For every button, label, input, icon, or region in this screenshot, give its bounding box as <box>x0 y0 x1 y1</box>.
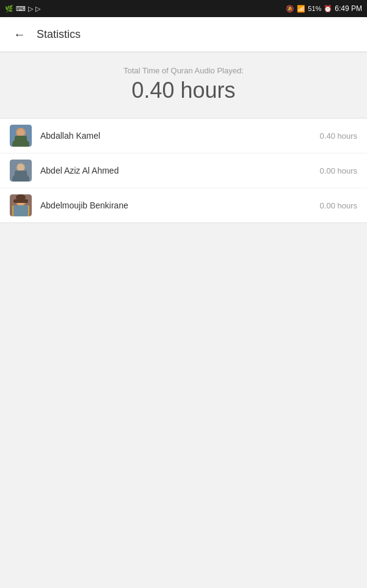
app-icon-2: ⌨ <box>16 5 26 13</box>
reciter-name: Abdelmoujib Benkirane <box>40 200 320 210</box>
total-time-label: Total Time of Quran Audio Played: <box>10 66 357 75</box>
wifi-icon: 📶 <box>297 5 305 13</box>
svg-rect-9 <box>15 171 27 182</box>
svg-rect-15 <box>13 199 28 203</box>
avatar <box>10 125 32 147</box>
list-item[interactable]: Abdel Aziz Al Ahmed 0.00 hours <box>0 153 367 188</box>
back-arrow-icon: ← <box>13 28 26 42</box>
reciter-name: Abdel Aziz Al Ahmed <box>40 166 320 175</box>
list-item[interactable]: Abdallah Kamel 0.40 hours <box>0 119 367 153</box>
total-time-section: Total Time of Quran Audio Played: 0.40 h… <box>0 61 367 118</box>
reciter-time: 0.00 hours <box>320 201 357 210</box>
status-bar-left: 🌿 ⌨ ▷ ▷ <box>5 5 40 13</box>
reciter-list: Abdallah Kamel 0.40 hours Abdel Aziz Al … <box>0 118 367 223</box>
page-title: Statistics <box>37 28 81 41</box>
app-icon-1: 🌿 <box>5 5 13 13</box>
status-bar: 🌿 ⌨ ▷ ▷ 🔕 📶 51% ⏰ 6:49 PM <box>0 0 367 17</box>
status-time: 6:49 PM <box>335 4 362 13</box>
reciter-name: Abdallah Kamel <box>40 131 320 141</box>
avatar <box>10 194 32 216</box>
app-bar: ← Statistics <box>0 17 367 51</box>
main-content: Total Time of Quran Audio Played: 0.40 h… <box>0 51 367 233</box>
svg-point-3 <box>17 129 24 136</box>
mute-icon: 🔕 <box>286 5 294 13</box>
app-icon-4: ▷ <box>35 5 40 13</box>
back-button[interactable]: ← <box>10 24 29 44</box>
reciter-time: 0.00 hours <box>320 166 357 175</box>
status-bar-right: 🔕 📶 51% ⏰ 6:49 PM <box>286 4 362 13</box>
list-item[interactable]: Abdelmoujib Benkirane 0.00 hours <box>0 188 367 222</box>
svg-point-8 <box>18 164 24 171</box>
avatar <box>10 160 32 182</box>
total-time-value: 0.40 hours <box>10 78 357 103</box>
reciter-time: 0.40 hours <box>320 131 357 141</box>
battery-indicator: 51% <box>308 5 321 12</box>
app-icon-3: ▷ <box>28 5 33 13</box>
alarm-icon: ⏰ <box>324 5 332 13</box>
svg-rect-16 <box>13 205 28 216</box>
svg-rect-4 <box>15 136 27 147</box>
